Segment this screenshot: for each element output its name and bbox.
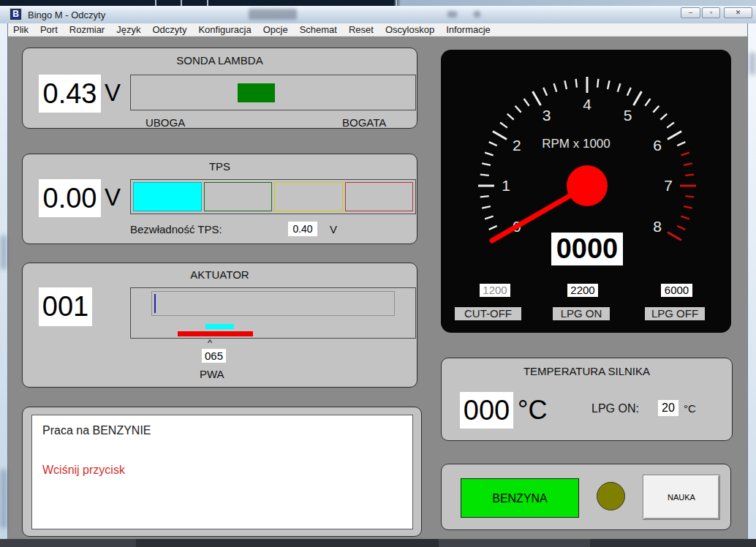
menu-item-plik[interactable]: Plik bbox=[7, 24, 34, 35]
aero-glass-ghost bbox=[447, 11, 457, 18]
window-frame-right bbox=[747, 23, 756, 539]
menu-item-port[interactable]: Port bbox=[34, 24, 64, 35]
fuel-panel: BENZYNA NAUKA bbox=[441, 464, 731, 530]
svg-text:3: 3 bbox=[543, 107, 551, 124]
menu-bar: PlikPortRozmiarJęzykOdczytyKonfiguracjaO… bbox=[7, 23, 747, 37]
lpg-on-temp-label: LPG ON: bbox=[591, 402, 639, 415]
cutoff-label: CUT-OFF bbox=[455, 307, 521, 320]
lpg-on-temp-field[interactable]: 20 bbox=[658, 400, 678, 416]
aktuator-caret: ^ bbox=[208, 337, 212, 348]
aktuator-cursor bbox=[154, 294, 156, 313]
lambda-value-display: 0.43 bbox=[39, 75, 101, 113]
aero-glass-ghost bbox=[249, 9, 297, 20]
frame-reflection bbox=[1, 469, 7, 528]
tps-value-display: 0.00 bbox=[39, 179, 101, 217]
aktuator-cyan-bar bbox=[205, 324, 234, 329]
close-button[interactable]: ✕ bbox=[724, 7, 752, 18]
rpm-display: 0000 bbox=[551, 233, 623, 265]
temperature-title: TEMPERATURA SILNIKA bbox=[442, 365, 732, 377]
svg-text:7: 7 bbox=[664, 177, 673, 194]
tps-bar bbox=[130, 179, 416, 214]
aero-glass-ghost bbox=[474, 11, 480, 18]
lpg-off-rpm-field[interactable]: 6000 bbox=[661, 284, 692, 297]
tps-segment-4 bbox=[345, 182, 414, 211]
lambda-lean-label: UBOGA bbox=[145, 116, 185, 129]
lambda-panel: SONDA LAMBDA 0.43 V UBOGA BOGATA bbox=[22, 48, 417, 129]
minimize-button[interactable]: – bbox=[681, 7, 700, 18]
alert-message: Wciśnij przycisk bbox=[42, 464, 125, 477]
background-tab-separator bbox=[207, 0, 208, 6]
frame-reflection bbox=[1, 235, 7, 269]
svg-text:1: 1 bbox=[502, 177, 510, 194]
background-windows-strip bbox=[0, 0, 756, 6]
menu-item-rozmiar[interactable]: Rozmiar bbox=[64, 24, 110, 35]
aktuator-panel: AKTUATOR 001 ^ 065 PWA bbox=[22, 263, 417, 388]
fuel-mode-button[interactable]: BENZYNA bbox=[461, 478, 579, 518]
tps-title: TPS bbox=[23, 160, 417, 173]
title-bar: B Bingo M - Odczyty – ▫ ✕ bbox=[0, 6, 756, 24]
svg-text:RPM x 1000: RPM x 1000 bbox=[542, 137, 611, 151]
background-tab-separator bbox=[396, 0, 397, 6]
lpg-on-label: LPG ON bbox=[553, 307, 610, 320]
screen: B Bingo M - Odczyty – ▫ ✕ PlikPortRozmia… bbox=[0, 0, 756, 547]
window-title: Bingo M - Odczyty bbox=[28, 10, 105, 20]
rpm-gauge-panel: 012345678RPM x 1000 0000 1200 2200 6000 … bbox=[441, 50, 731, 333]
background-tab-separator bbox=[155, 0, 156, 6]
aktuator-frame bbox=[130, 287, 416, 339]
menu-item-reset[interactable]: Reset bbox=[343, 24, 379, 35]
temperature-unit: °C bbox=[518, 395, 547, 426]
background-tab-separator bbox=[181, 0, 182, 6]
aktuator-title: AKTUATOR bbox=[23, 268, 417, 281]
app-icon: B bbox=[10, 9, 21, 20]
svg-text:2: 2 bbox=[513, 137, 521, 154]
svg-text:8: 8 bbox=[653, 218, 662, 235]
message-area: Praca na BENZYNIE Wciśnij przycisk bbox=[31, 415, 413, 529]
tps-inertia-unit: V bbox=[330, 223, 337, 235]
svg-text:5: 5 bbox=[624, 107, 632, 124]
menu-item-informacje[interactable]: Informacje bbox=[440, 24, 496, 35]
status-message: Praca na BENZYNIE bbox=[42, 424, 151, 437]
frame-reflection bbox=[749, 53, 755, 75]
svg-text:6: 6 bbox=[653, 137, 662, 154]
maximize-button[interactable]: ▫ bbox=[702, 7, 720, 18]
menu-item-oscyloskop[interactable]: Oscyloskop bbox=[379, 24, 440, 35]
aktuator-axis-label: PWA bbox=[200, 368, 224, 380]
svg-text:4: 4 bbox=[583, 96, 591, 113]
lambda-rich-label: BOGATA bbox=[342, 116, 386, 129]
tps-unit: V bbox=[105, 184, 121, 211]
menu-item-opcje[interactable]: Opcje bbox=[257, 24, 294, 35]
menu-item-schemat[interactable]: Schemat bbox=[294, 24, 343, 35]
tps-inertia-field[interactable]: 0.40 bbox=[288, 222, 317, 236]
message-panel: Praca na BENZYNIE Wciśnij przycisk bbox=[22, 407, 422, 537]
lambda-unit: V bbox=[105, 79, 121, 107]
menu-item-odczyty[interactable]: Odczyty bbox=[146, 24, 192, 35]
window-frame-bottom bbox=[0, 539, 756, 547]
lambda-bar bbox=[130, 75, 416, 110]
lambda-marker bbox=[238, 83, 275, 102]
temperature-panel: TEMPERATURA SILNIKA 000 °C LPG ON: 20 °C bbox=[441, 358, 733, 441]
aktuator-value-display: 001 bbox=[39, 287, 92, 326]
lpg-off-label: LPG OFF bbox=[645, 307, 705, 320]
lpg-on-rpm-field[interactable]: 2200 bbox=[567, 284, 598, 297]
tps-segment-2 bbox=[204, 182, 273, 211]
tps-segment-3 bbox=[274, 182, 343, 211]
temperature-value-display: 000 bbox=[460, 392, 513, 429]
menu-item-konfiguracja[interactable]: Konfiguracja bbox=[192, 24, 257, 35]
window-frame-left bbox=[0, 23, 8, 539]
aktuator-trough bbox=[151, 291, 395, 316]
learn-button[interactable]: NAUKA bbox=[643, 475, 720, 520]
status-lamp bbox=[597, 482, 625, 510]
lpg-on-temp-unit: °C bbox=[684, 402, 696, 415]
cutoff-rpm-field[interactable]: 1200 bbox=[480, 284, 510, 297]
menu-item-jzyk[interactable]: Język bbox=[110, 24, 146, 35]
aktuator-pointer-value: 065 bbox=[202, 349, 226, 363]
tps-segment-1 bbox=[133, 182, 202, 211]
aktuator-red-bar bbox=[178, 331, 253, 336]
tps-inertia-label: Bezwładność TPS: bbox=[130, 223, 222, 235]
lambda-title: SONDA LAMBDA bbox=[23, 54, 417, 67]
tps-panel: TPS 0.00 V Bezwładność TPS: 0.40 V bbox=[22, 154, 417, 244]
